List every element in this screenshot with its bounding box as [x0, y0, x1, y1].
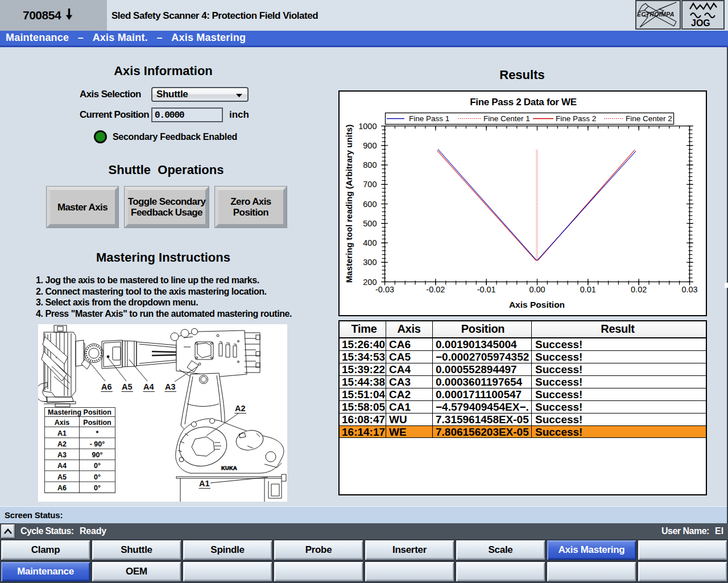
svg-text:-0.01: -0.01 — [477, 285, 496, 294]
svg-text:A2: A2 — [235, 404, 246, 413]
svg-text:500: 500 — [363, 219, 377, 228]
svg-text:700: 700 — [363, 180, 377, 189]
svg-text:Axis: Axis — [55, 419, 69, 427]
svg-text:Mastering Position: Mastering Position — [48, 408, 111, 416]
svg-text:900: 900 — [363, 141, 377, 150]
svg-text:0.01: 0.01 — [580, 285, 596, 294]
svg-text:Axis Position: Axis Position — [509, 300, 565, 309]
svg-text:A1: A1 — [57, 429, 67, 437]
svg-text:KUKA: KUKA — [221, 465, 237, 471]
svg-text:600: 600 — [363, 200, 377, 209]
svg-text:A4: A4 — [57, 462, 67, 470]
svg-text:A3: A3 — [165, 382, 176, 391]
svg-text:Fine Center 1: Fine Center 1 — [483, 114, 530, 123]
svg-text:400: 400 — [363, 238, 377, 247]
svg-text:200: 200 — [363, 278, 377, 287]
svg-text:Fine Pass 2 Data for WE: Fine Pass 2 Data for WE — [470, 97, 577, 107]
svg-text:0.02: 0.02 — [631, 285, 647, 294]
svg-text:0°: 0° — [94, 462, 101, 470]
svg-text:0°: 0° — [94, 473, 101, 481]
svg-text:Mastering tool reading (Arbitr: Mastering tool reading (Arbitrary units) — [344, 125, 354, 283]
svg-text:A1: A1 — [199, 479, 210, 488]
svg-text:-0.03: -0.03 — [375, 285, 394, 294]
svg-text:A5: A5 — [57, 473, 67, 481]
svg-text:0.00: 0.00 — [529, 285, 545, 294]
svg-text:800: 800 — [363, 160, 377, 169]
svg-text:*: * — [96, 429, 99, 437]
svg-text:A4: A4 — [143, 382, 154, 391]
svg-text:1000: 1000 — [358, 122, 377, 131]
svg-text:- 90°: - 90° — [90, 440, 105, 448]
svg-text:Fine Pass 2: Fine Pass 2 — [556, 114, 596, 123]
svg-text:A5: A5 — [122, 382, 133, 391]
svg-text:ECTROIMPA: ECTROIMPA — [637, 11, 675, 18]
svg-text:-0.02: -0.02 — [426, 285, 445, 294]
svg-text:0°: 0° — [94, 484, 101, 492]
svg-text:90°: 90° — [92, 451, 103, 459]
svg-text:A2: A2 — [57, 440, 67, 448]
svg-text:A3: A3 — [57, 451, 67, 459]
svg-text:300: 300 — [363, 258, 377, 267]
svg-text:0.03: 0.03 — [681, 285, 697, 294]
svg-text:Position: Position — [83, 419, 111, 427]
svg-text:A6: A6 — [57, 484, 67, 492]
svg-text:A6: A6 — [101, 382, 112, 391]
svg-text:Fine Pass 1: Fine Pass 1 — [409, 114, 449, 123]
svg-text:Fine Center 2: Fine Center 2 — [626, 114, 672, 123]
